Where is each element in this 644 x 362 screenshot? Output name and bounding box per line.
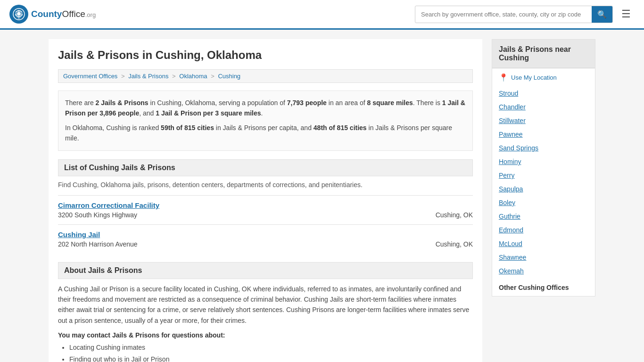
about-text: A Cushing Jail or Prison is a secure fac… — [58, 284, 473, 326]
about-section-heading: About Jails & Prisons — [58, 262, 473, 279]
facility-entry: Cimarron Correctional Facility 3200 Sout… — [58, 195, 473, 224]
nearby-cities-container: StroudChandlerStillwaterPawneeSand Sprin… — [499, 87, 588, 278]
sidebar-card: Jails & Prisons near Cushing 📍 Use My Lo… — [492, 39, 595, 296]
intro-text: There are 2 Jails & Prisons in Cushing, … — [58, 90, 473, 151]
header-right: 🔍 ☰ — [415, 6, 635, 23]
sidebar-city-link[interactable]: Guthrie — [499, 210, 588, 223]
sidebar-city-link[interactable]: McLoud — [499, 237, 588, 251]
breadcrumb-oklahoma[interactable]: Oklahoma — [179, 73, 207, 80]
contact-item-1: Locating Cushing inmates — [69, 343, 473, 353]
sidebar-city-link[interactable]: Boley — [499, 196, 588, 210]
logo-area: CountyOffice.org — [9, 5, 96, 24]
use-my-location-link[interactable]: 📍 Use My Location — [499, 73, 588, 82]
sidebar-content: 📍 Use My Location StroudChandlerStillwat… — [492, 68, 595, 296]
facility-city-cushing: Cushing, OK — [416, 240, 473, 248]
sidebar-title: Jails & Prisons near Cushing — [492, 40, 595, 68]
logo-text: CountyOffice.org — [31, 9, 96, 19]
other-offices-heading: Other Cushing Offices — [499, 284, 588, 291]
sidebar-city-link[interactable]: Pawnee — [499, 128, 588, 141]
breadcrumb-cushing[interactable]: Cushing — [218, 73, 240, 80]
facility-row-cimarron: 3200 South Kings Highway Cushing, OK — [58, 211, 473, 219]
facility-address-cushing: 202 North Harrison Avenue — [58, 240, 416, 248]
facility-row-cushing: 202 North Harrison Avenue Cushing, OK — [58, 240, 473, 248]
facility-description: Find Cushing, Oklahoma jails, prisons, d… — [58, 181, 473, 189]
breadcrumb-government-offices[interactable]: Government Offices — [63, 73, 117, 80]
main-content: Jails & Prisons in Cushing, Oklahoma Gov… — [49, 39, 482, 362]
sidebar-city-link[interactable]: Sand Springs — [499, 141, 588, 155]
hamburger-menu-button[interactable]: ☰ — [618, 6, 635, 22]
breadcrumb-jails-prisons[interactable]: Jails & Prisons — [128, 73, 168, 80]
facility-city-cimarron: Cushing, OK — [416, 211, 473, 219]
facility-name-cimarron[interactable]: Cimarron Correctional Facility — [58, 201, 159, 209]
page-title: Jails & Prisons in Cushing, Oklahoma — [58, 49, 473, 62]
sidebar-city-link[interactable]: Edmond — [499, 223, 588, 237]
search-button[interactable]: 🔍 — [592, 6, 612, 23]
sidebar-city-link[interactable]: Shawnee — [499, 251, 588, 264]
facility-address-cimarron: 3200 South Kings Highway — [58, 211, 416, 219]
location-pin-icon: 📍 — [499, 73, 508, 82]
contact-item-2: Finding out who is in Jail or Prison — [69, 354, 473, 362]
sidebar-city-link[interactable]: Stillwater — [499, 114, 588, 128]
breadcrumb: Government Offices > Jails & Prisons > O… — [58, 69, 473, 83]
contact-list: Locating Cushing inmates Finding out who… — [58, 343, 473, 362]
facility-entry-cushing: Cushing Jail 202 North Harrison Avenue C… — [58, 224, 473, 254]
contact-heading: You may contact Jails & Prisons for ques… — [58, 331, 473, 339]
main-wrapper: Jails & Prisons in Cushing, Oklahoma Gov… — [39, 30, 605, 362]
sidebar-city-link[interactable]: Hominy — [499, 155, 588, 169]
sidebar-city-link[interactable]: Stroud — [499, 87, 588, 100]
search-input[interactable] — [415, 7, 592, 22]
use-location-label: Use My Location — [511, 74, 557, 81]
search-bar: 🔍 — [415, 6, 613, 23]
facility-name-cushing-jail[interactable]: Cushing Jail — [58, 230, 100, 239]
sidebar-city-link[interactable]: Perry — [499, 169, 588, 182]
sidebar-city-link[interactable]: Sapulpa — [499, 182, 588, 196]
site-header: CountyOffice.org 🔍 ☰ — [0, 0, 644, 30]
sidebar-city-link[interactable]: Okemah — [499, 264, 588, 278]
sidebar-city-link[interactable]: Chandler — [499, 100, 588, 114]
list-section-heading: List of Cushing Jails & Prisons — [58, 159, 473, 176]
logo-icon — [9, 5, 28, 24]
sidebar: Jails & Prisons near Cushing 📍 Use My Lo… — [492, 39, 595, 362]
